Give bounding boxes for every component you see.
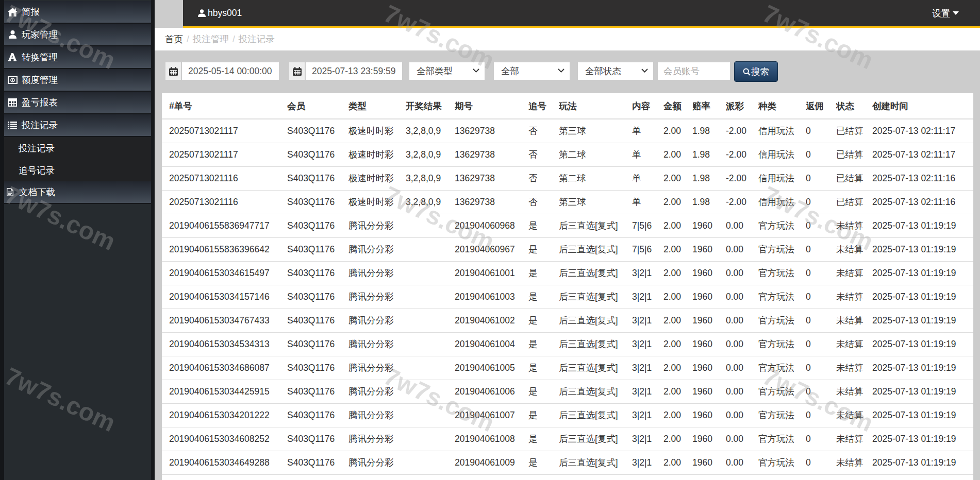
table-cell: 2.00: [663, 190, 692, 214]
table-cell: 官方玩法: [758, 308, 806, 332]
sidebar-item-quota-management[interactable]: 额度管理: [4, 69, 151, 92]
money-icon: [7, 76, 18, 84]
table-cell: 201904061005: [455, 356, 528, 380]
table-cell: 1960: [692, 237, 726, 261]
table-cell: 是: [528, 237, 559, 261]
table-cell: 极速时时彩: [348, 190, 406, 214]
sidebar-item-player-management[interactable]: 玩家管理: [4, 24, 151, 46]
table-cell: 否: [528, 143, 559, 166]
table-row: 20250713021116S403Q1176极速时时彩3,2,8,0,9136…: [162, 190, 973, 214]
table-cell: 7|5|6: [632, 237, 663, 261]
topbar-user-menu[interactable]: hbys001: [198, 8, 242, 19]
date-from-input[interactable]: [181, 62, 279, 80]
search-button[interactable]: 搜索: [734, 61, 778, 82]
sidebar-item-briefing[interactable]: 简报: [4, 1, 151, 24]
sidebar-item-bet-records[interactable]: 投注记录: [4, 114, 151, 137]
column-header: 期号: [455, 93, 528, 119]
table-cell: 3|2|1: [632, 403, 663, 427]
table-cell: 2.00: [663, 427, 692, 451]
table-cell: 腾讯分分彩: [348, 237, 406, 261]
table-cell: S403Q1176: [287, 261, 348, 285]
table-cell: 0.00: [726, 285, 758, 308]
breadcrumb-home[interactable]: 首页: [165, 33, 183, 45]
table-cell: 0.00: [726, 451, 758, 474]
search-button-label: 搜索: [751, 65, 769, 78]
table-cell: 已结算: [836, 143, 872, 166]
column-header: 种类: [758, 93, 806, 119]
table-cell: 2.00: [663, 332, 692, 356]
table-cell: 3,2,8,0,9: [406, 166, 455, 190]
sidebar-item-conversion-management[interactable]: 转换管理: [4, 46, 151, 69]
calendar-icon[interactable]: [165, 62, 181, 80]
table-cell: 20250713021116: [162, 166, 287, 190]
table-cell: 2.00: [663, 166, 692, 190]
table-cell: 20190406153034608252: [162, 427, 287, 451]
table-cell: 0.00: [726, 332, 758, 356]
table-cell: 2025-07-13 01:19:19: [872, 356, 973, 380]
table-cell: 0: [806, 308, 836, 332]
sidebar-item-document-download[interactable]: 文档下载: [4, 181, 151, 204]
category-select[interactable]: 全部: [493, 62, 570, 80]
table-cell: 否: [528, 119, 559, 143]
table-cell: 是: [528, 403, 559, 427]
table-cell: 20190406153034649288: [162, 451, 287, 474]
status-select[interactable]: 全部状态: [577, 62, 654, 80]
member-account-input[interactable]: [657, 62, 730, 80]
table-cell: 第二球: [559, 166, 632, 190]
table-panel: #单号会员类型开奖结果期号追号玩法内容金额赔率派彩种类返佣状态创建时间 2025…: [162, 93, 973, 480]
table-cell: 2025-07-13 01:19:19: [872, 214, 973, 237]
table-cell: 20250713021117: [162, 119, 287, 143]
breadcrumb: 首页 / 投注管理 / 投注记录: [155, 28, 980, 50]
sidebar-subitem-chase-records[interactable]: 追号记录: [4, 159, 151, 181]
table-cell: 官方玩法: [758, 451, 806, 474]
date-to-input[interactable]: [305, 62, 403, 80]
table-cell: 2025-07-13 02:11:17: [872, 143, 973, 166]
settings-menu[interactable]: 设置: [932, 7, 959, 20]
table-cell: 2025-07-13 01:19:19: [872, 332, 973, 356]
calendar-icon[interactable]: [289, 62, 305, 80]
table-cell: 是: [528, 427, 559, 451]
table-cell: 20190406153034615497: [162, 261, 287, 285]
sidebar-item-profit-loss-report[interactable]: 盈亏报表: [4, 92, 151, 114]
table-cell: 未结算: [836, 451, 872, 474]
table-cell: 3|2|1: [632, 380, 663, 403]
table-row: 20190406153034615497S403Q1176腾讯分分彩201904…: [162, 261, 973, 285]
table-cell: 后三直选[复式]: [559, 214, 632, 237]
table-cell: 1960: [692, 308, 726, 332]
table-cell: S403Q1176: [287, 308, 348, 332]
table-row: 20250713021117S403Q1176极速时时彩3,2,8,0,9136…: [162, 119, 973, 143]
table-cell: 0: [806, 214, 836, 237]
table-cell: 3,2,8,0,9: [406, 190, 455, 214]
table-row: 20190406155836396642S403Q1176腾讯分分彩201904…: [162, 237, 973, 261]
home-icon: [7, 8, 18, 16]
sidebar-subitem-bet-records-list[interactable]: 投注记录: [4, 137, 151, 159]
table-cell: 是: [528, 261, 559, 285]
table-row: 20190406155836947717S403Q1176腾讯分分彩201904…: [162, 214, 973, 237]
table-cell: 2.00: [663, 356, 692, 380]
table-cell: 201904061009: [455, 451, 528, 474]
type-select[interactable]: 全部类型: [409, 62, 485, 80]
table-row: 20250713021117S403Q1176极速时时彩3,2,8,0,9136…: [162, 143, 973, 166]
sidebar-item-label: 简报: [22, 6, 40, 18]
table-cell: 0: [806, 451, 836, 474]
table-cell: 后三直选[复式]: [559, 261, 632, 285]
table-cell: 是: [528, 451, 559, 474]
table-cell: 2025-07-13 01:19:19: [872, 403, 973, 427]
table-cell: 2025-07-13 02:11:16: [872, 166, 973, 190]
table-cell: 腾讯分分彩: [348, 214, 406, 237]
table-cell: 2.00: [663, 308, 692, 332]
table-cell: 2.00: [663, 403, 692, 427]
table-cell: 官方玩法: [758, 356, 806, 380]
table-cell: 后三直选[复式]: [559, 285, 632, 308]
table-cell: [406, 308, 455, 332]
table-cell: 1960: [692, 356, 726, 380]
table-cell: 201904061004: [455, 332, 528, 356]
topbar-bar: hbys001 设置: [183, 0, 980, 28]
column-header: #单号: [162, 93, 287, 119]
table-cell: 13629738: [455, 143, 528, 166]
table-cell: 1.98: [692, 166, 726, 190]
status-select-value: 全部状态: [585, 65, 621, 77]
table-cell: S403Q1176: [287, 427, 348, 451]
table-row: 20190406153034686087S403Q1176腾讯分分彩201904…: [162, 356, 973, 380]
settings-label: 设置: [932, 7, 950, 20]
